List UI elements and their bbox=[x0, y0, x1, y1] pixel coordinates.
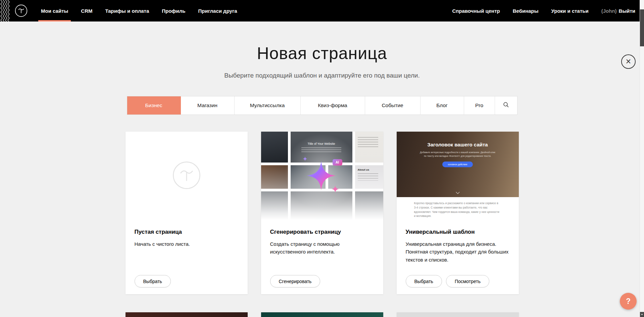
preview-heading: Заголовок вашего сайта bbox=[427, 142, 488, 147]
chevron-down-icon bbox=[456, 190, 459, 194]
universal-template-preview: Заголовок вашего сайта Добавьте интересн… bbox=[397, 132, 519, 220]
nav-invite-friend[interactable]: Пригласи друга bbox=[197, 0, 238, 21]
nav-help-center[interactable]: Справочный центр bbox=[452, 8, 500, 14]
card-actions: Выбрать bbox=[135, 275, 171, 287]
card-description: Универсальная страница для бизнеса. Поня… bbox=[406, 240, 510, 264]
template-card-partial[interactable] bbox=[397, 312, 519, 317]
template-card-partial[interactable] bbox=[261, 312, 383, 317]
nav-lessons[interactable]: Уроки и статьи bbox=[551, 8, 589, 14]
card-actions: Сгенерировать bbox=[270, 275, 320, 287]
scrollbar-thumb[interactable] bbox=[640, 9, 644, 46]
top-navbar: Мои сайты CRM Тарифы и оплата Профиль Пр… bbox=[0, 0, 644, 21]
new-page-dialog: × Новая страница Выберите подходящий шаб… bbox=[0, 21, 644, 317]
brand-pattern bbox=[0, 0, 10, 21]
card-actions: Выбрать Посмотреть bbox=[406, 275, 490, 287]
main-nav: Мои сайты CRM Тарифы и оплата Профиль Пр… bbox=[40, 0, 249, 21]
tab-search[interactable] bbox=[495, 96, 517, 115]
card-content: Пустая страница Начать с чистого листа. bbox=[126, 220, 248, 248]
page-subtitle: Выберите подходящий шаблон и адаптируйте… bbox=[0, 72, 644, 79]
help-button[interactable]: ? bbox=[620, 293, 637, 310]
preview-cta-button: основное действие bbox=[442, 162, 473, 167]
template-preview-image bbox=[397, 312, 519, 317]
tiny-sparkle-icon bbox=[303, 156, 307, 161]
tab-quiz-form[interactable]: Квиз-форма bbox=[301, 96, 365, 115]
user-name: (John) bbox=[601, 8, 617, 14]
select-blank-button[interactable]: Выбрать bbox=[135, 275, 171, 287]
template-card-ai-generate[interactable]: Title of Your Website About us bbox=[261, 132, 383, 294]
small-sparkle-icon bbox=[332, 185, 339, 193]
card-title: Универсальный шаблон bbox=[406, 229, 510, 235]
blank-page-preview bbox=[126, 132, 248, 220]
ai-generate-preview: Title of Your Website About us bbox=[261, 132, 383, 220]
secondary-nav: Справочный центр Вебинары Уроки и статьи… bbox=[439, 8, 635, 14]
tab-store[interactable]: Магазин bbox=[181, 96, 235, 115]
preview-hero-image: Заголовок вашего сайта Добавьте интересн… bbox=[397, 132, 519, 197]
nav-profile[interactable]: Профиль bbox=[161, 0, 186, 21]
page-title: Новая страница bbox=[0, 21, 644, 63]
generate-button[interactable]: Сгенерировать bbox=[270, 275, 320, 287]
template-grid-row2 bbox=[126, 312, 519, 317]
logout-link[interactable]: Выйти bbox=[619, 8, 635, 14]
select-template-button[interactable]: Выбрать bbox=[406, 275, 442, 287]
scrollbar[interactable] bbox=[640, 0, 644, 317]
card-content: Сгенерировать страницу Создать страницу … bbox=[261, 220, 383, 256]
tab-blog[interactable]: Блог bbox=[420, 96, 464, 115]
tilda-logo[interactable] bbox=[14, 4, 28, 18]
nav-billing[interactable]: Тарифы и оплата bbox=[104, 0, 150, 21]
card-description: Начать с чистого листа. bbox=[135, 240, 239, 248]
template-category-tabs: Бизнес Магазин Мультиссылка Квиз-форма С… bbox=[127, 96, 517, 115]
ai-badge: AI bbox=[333, 159, 342, 166]
nav-crm[interactable]: CRM bbox=[80, 0, 93, 21]
scrollbar-down-arrow-icon[interactable] bbox=[640, 312, 644, 317]
template-preview-image bbox=[261, 312, 383, 317]
template-card-blank[interactable]: Пустая страница Начать с чистого листа. … bbox=[126, 132, 248, 294]
tab-business[interactable]: Бизнес bbox=[127, 96, 181, 115]
card-content: Универсальный шаблон Универсальная стран… bbox=[397, 220, 519, 264]
close-button[interactable]: × bbox=[621, 54, 636, 69]
user-menu[interactable]: (John)Выйти bbox=[601, 8, 635, 14]
tab-multilink[interactable]: Мультиссылка bbox=[235, 96, 301, 115]
view-template-button[interactable]: Посмотреть bbox=[446, 275, 489, 287]
card-title: Сгенерировать страницу bbox=[270, 229, 374, 235]
template-grid: Пустая страница Начать с чистого листа. … bbox=[126, 132, 519, 294]
card-description: Создать страницу с помощью искусственног… bbox=[270, 240, 374, 256]
tab-event[interactable]: Событие bbox=[365, 96, 420, 115]
preview-body-text: Коротко представьтесь и расскажите о ком… bbox=[397, 197, 519, 220]
template-card-universal[interactable]: Заголовок вашего сайта Добавьте интересн… bbox=[397, 132, 519, 294]
nav-webinars[interactable]: Вебинары bbox=[513, 8, 539, 14]
template-preview-image bbox=[126, 312, 248, 317]
close-icon: × bbox=[626, 57, 631, 66]
nav-my-sites[interactable]: Мои сайты bbox=[40, 0, 69, 21]
ai-sparkle-group: AI bbox=[301, 156, 344, 196]
card-title: Пустая страница bbox=[135, 229, 239, 235]
template-card-partial[interactable] bbox=[126, 312, 248, 317]
tab-pro[interactable]: Pro bbox=[464, 96, 495, 115]
search-icon bbox=[503, 102, 509, 109]
preview-subtext: Добавьте интересные подробности о вашей … bbox=[419, 150, 496, 158]
tilda-watermark-icon bbox=[170, 159, 203, 193]
